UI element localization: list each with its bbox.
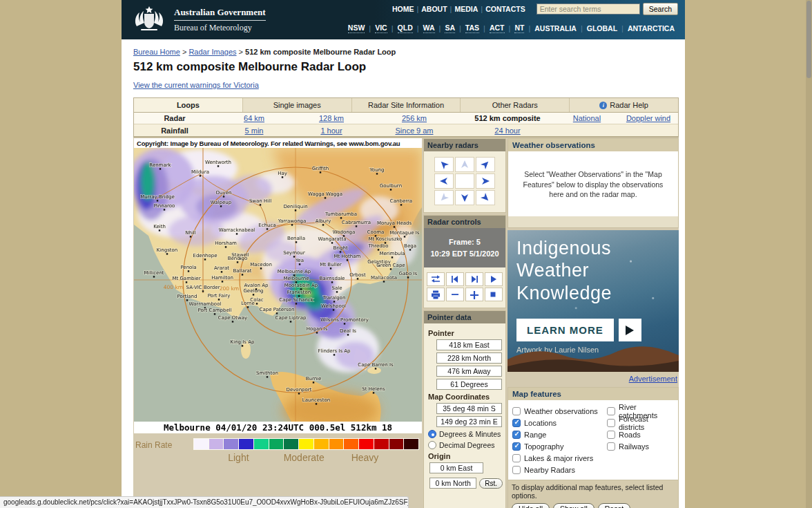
radar-link-24-hour[interactable]: 24 hour <box>494 126 520 135</box>
checkbox-range[interactable] <box>512 431 521 439</box>
state-nav-nsw[interactable]: NSW <box>348 23 365 33</box>
bureau-title: Bureau of Meteorology <box>174 21 266 33</box>
state-nav-australia[interactable]: AUSTRALIA <box>534 24 577 33</box>
state-nav-qld[interactable]: QLD <box>398 23 413 33</box>
radio-decimal-degrees[interactable]: Decimal Degrees <box>428 441 503 449</box>
reset-button[interactable]: Reset <box>598 503 630 508</box>
state-nav-global[interactable]: GLOBAL <box>587 24 617 33</box>
radar-link-5-min[interactable]: 5 min <box>245 126 264 135</box>
nearby-radar-se-button[interactable] <box>476 190 495 205</box>
svg-text:Cape Barren Is: Cape Barren Is <box>358 362 394 368</box>
feature-locations[interactable]: Locations <box>512 417 607 429</box>
nearby-radar-sw-button[interactable] <box>434 190 454 205</box>
ad-arrow-button[interactable] <box>619 319 641 341</box>
breadcrumb-bureau-home[interactable]: Bureau Home <box>133 48 180 56</box>
breadcrumb-radar-images[interactable]: Radar Images <box>188 48 236 56</box>
checkbox-roads[interactable] <box>607 431 615 439</box>
state-nav-sa[interactable]: SA <box>445 23 455 33</box>
search-button[interactable]: Search <box>643 3 678 15</box>
checkbox-nearby-radars[interactable] <box>512 466 521 474</box>
state-nav-vic[interactable]: VIC <box>375 23 387 33</box>
feature-railways[interactable]: Railways <box>607 440 675 452</box>
play-button[interactable] <box>485 272 503 286</box>
checkbox-locations[interactable] <box>512 419 521 427</box>
tab-radar-help[interactable]: iRadar Help <box>570 98 678 112</box>
radar-link-1-hour[interactable]: 1 hour <box>320 126 342 135</box>
state-nav-wa[interactable]: WA <box>423 23 435 33</box>
tab-bar: LoopsSingle imagesRadar Site Information… <box>133 97 679 112</box>
state-nav-antarctica[interactable]: ANTARCTICA <box>628 24 675 33</box>
nearby-radar-s-button[interactable] <box>455 190 474 205</box>
checkbox-weather-observations[interactable] <box>512 407 521 415</box>
page-scrollbar[interactable] <box>806 0 812 508</box>
checkbox-railways[interactable] <box>607 442 615 451</box>
zoom-in-button[interactable] <box>465 288 483 301</box>
tab-loops[interactable]: Loops <box>134 98 243 112</box>
radio-degrees-minutes[interactable]: Degrees & Minutes <box>428 430 503 438</box>
table-row-radar: Radar64 km128 km256 km512 km compositeNa… <box>134 113 678 124</box>
breadcrumb-current: 512 km composite Melbourne Radar Loop <box>245 48 396 56</box>
radio-degrees-minutes-control[interactable] <box>428 430 436 438</box>
svg-text:Port Fairy: Port Fairy <box>208 293 231 299</box>
nearby-radar-ne-button[interactable] <box>476 157 495 172</box>
nearby-radar-w-button[interactable] <box>434 173 454 189</box>
hide-all-button[interactable]: Hide all <box>512 503 550 508</box>
state-nav-nt[interactable]: NT <box>514 23 524 33</box>
nearby-radar-nw-button[interactable] <box>434 157 454 172</box>
show-all-button[interactable]: Show all <box>553 503 594 508</box>
origin-north-value: 0 km North <box>429 478 476 489</box>
checkbox-river-catchments[interactable] <box>607 407 615 415</box>
iwk-advertisement[interactable]: Indigenous Weather Knowledge LEARN MORE … <box>508 230 679 372</box>
bom-logo-link[interactable]: Australian Government Bureau of Meteorol… <box>122 0 273 39</box>
radar-link-64-km[interactable]: 64 km <box>244 114 264 122</box>
top-nav-media[interactable]: MEDIA <box>452 5 481 13</box>
tab-single-images[interactable]: Single images <box>243 98 352 112</box>
warnings-link[interactable]: View the current warnings for Victoria <box>133 81 259 89</box>
feature-nearby-radars[interactable]: Nearby Radars <box>512 464 607 476</box>
zoom-out-button[interactable] <box>446 288 464 301</box>
svg-text:Cooma: Cooma <box>367 229 385 235</box>
checkbox-topography[interactable] <box>512 442 521 451</box>
advertisement-link[interactable]: Advertisement <box>629 375 677 383</box>
top-nav-about[interactable]: ABOUT <box>418 5 450 13</box>
checkbox-forecast-districts[interactable] <box>607 419 615 427</box>
radar-link-256-km[interactable]: 256 km <box>402 114 427 122</box>
radio-decimal-degrees-control[interactable] <box>428 441 436 449</box>
tab-radar-site-information[interactable]: Radar Site Information <box>352 98 461 112</box>
radar-map[interactable]: 200 km400 kmRenmarkWentworthMilduraMurra… <box>134 148 422 422</box>
feature-weather-observations[interactable]: Weather observations <box>512 405 607 417</box>
checkbox-lakes-major-rivers[interactable] <box>512 454 521 462</box>
frame-number: Frame: 5 <box>425 236 504 248</box>
radar-link-since-9-am[interactable]: Since 9 am <box>395 126 433 135</box>
radar-link-national[interactable]: National <box>573 114 601 122</box>
top-nav-home[interactable]: HOME <box>389 5 417 13</box>
weather-observations-message: Select "Weather Observations" in the "Ma… <box>508 151 678 216</box>
state-nav-act[interactable]: ACT <box>490 23 505 33</box>
stop-button[interactable] <box>485 288 503 301</box>
top-nav-contacts[interactable]: CONTACTS <box>483 5 528 13</box>
coat-of-arms-icon <box>131 6 167 35</box>
nearby-radar-e-button[interactable] <box>476 173 495 189</box>
radar-link-128-km[interactable]: 128 km <box>319 114 344 122</box>
nearby-radar-n-button[interactable] <box>455 157 474 172</box>
legend-swatch-7 <box>298 439 313 449</box>
map-features-note: To display additional map features, sele… <box>512 483 675 500</box>
search-input[interactable] <box>536 3 640 15</box>
first-frame-button[interactable] <box>446 272 464 286</box>
learn-more-button[interactable]: LEARN MORE <box>516 319 614 341</box>
state-nav-tas[interactable]: TAS <box>465 23 479 33</box>
feature-topography[interactable]: Topography <box>512 440 607 452</box>
tab-other-radars[interactable]: Other Radars <box>461 98 570 112</box>
origin-reset-button[interactable]: Rst. <box>479 478 503 489</box>
svg-text:Mt Kosciuszko: Mt Kosciuszko <box>369 236 403 242</box>
feature-lakes-major-rivers[interactable]: Lakes & major rivers <box>512 452 607 464</box>
svg-text:Moorabbin Ap: Moorabbin Ap <box>284 283 318 288</box>
print-button[interactable] <box>427 288 445 301</box>
feature-range[interactable]: Range <box>512 429 607 440</box>
loop-button[interactable] <box>427 272 445 286</box>
last-frame-button[interactable] <box>465 272 483 286</box>
scrollbar-thumb[interactable] <box>806 1 811 78</box>
svg-text:Ararat: Ararat <box>214 265 229 271</box>
feature-forecast-districts[interactable]: Forecast districts <box>607 417 675 429</box>
radar-link-doppler-wind[interactable]: Doppler wind <box>626 114 670 122</box>
